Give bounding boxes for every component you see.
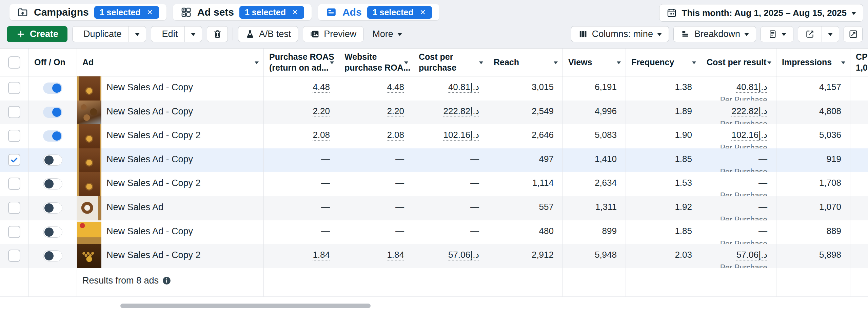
reports-icon (768, 29, 777, 39)
close-icon[interactable] (291, 8, 299, 16)
caret-down-icon (782, 33, 786, 38)
header-views[interactable]: Views (563, 49, 626, 76)
ad-name-link[interactable]: New Sales Ad - Copy (106, 106, 193, 125)
edit-dropdown[interactable] (184, 26, 202, 42)
views-value: 1,311 (595, 202, 617, 212)
header-purchase-roas[interactable]: Purchase ROAS(return on ad... (264, 49, 339, 76)
breakdown-button[interactable]: Breakdown (673, 26, 756, 42)
delete-button[interactable] (207, 26, 228, 42)
ad-name-link[interactable]: New Sales Ad - Copy 2 (106, 250, 201, 268)
date-range-button[interactable]: This month: Aug 1, 2025 – Aug 15, 2025 (659, 4, 863, 22)
close-icon[interactable] (419, 8, 427, 16)
row-checkbox[interactable] (8, 106, 20, 118)
impressions-value: 1,070 (819, 202, 841, 212)
ad-thumbnail (77, 76, 101, 101)
impressions-cell: 5,898 (776, 244, 850, 268)
campaigns-selected-badge[interactable]: 1 selected (94, 6, 159, 19)
ab-test-button[interactable]: A/B test (238, 26, 298, 42)
duplicate-button[interactable]: Duplicate (73, 26, 129, 42)
off-on-toggle[interactable] (43, 226, 62, 238)
tab-ad-sets[interactable]: Ad sets 1 selected (173, 4, 312, 20)
tab-ads[interactable]: Ads 1 selected (318, 4, 439, 20)
row-checkbox[interactable] (8, 178, 20, 190)
purchase-roas-cell: — (264, 172, 339, 196)
ad-name-link[interactable]: New Sales Ad - Copy 2 (106, 178, 201, 196)
impressions-value: 889 (827, 226, 841, 236)
caret-down-icon (135, 33, 140, 38)
export-button[interactable] (798, 26, 822, 42)
duplicate-split-button: Duplicate (72, 26, 146, 42)
select-all-checkbox[interactable] (8, 56, 20, 69)
off-on-toggle[interactable] (43, 202, 62, 214)
off-on-toggle[interactable] (43, 178, 62, 189)
header-ad[interactable]: Ad (77, 49, 264, 76)
sort-caret-icon (767, 61, 771, 66)
off-on-toggle[interactable] (43, 107, 62, 118)
cpm-cell (850, 172, 868, 196)
row-checkbox[interactable] (8, 202, 20, 214)
results-summary-label: Results from 8 ads (82, 275, 159, 286)
edit-button[interactable]: Edit (151, 26, 185, 42)
reports-button[interactable] (761, 26, 793, 42)
reach-value: 2,549 (532, 106, 554, 116)
impressions-cell: 889 (776, 220, 850, 244)
ad-name-link[interactable]: New Sales Ad - Copy (106, 226, 193, 244)
impressions-cell: 1,070 (776, 196, 850, 220)
header-cost-per-purchase[interactable]: Cost perpurchase (413, 49, 488, 76)
table-row: New Sales Ad———5571,3111.92—Per Purchase… (0, 196, 868, 220)
row-checkbox[interactable] (8, 226, 20, 238)
website-roas-value: — (395, 202, 404, 212)
frequency-value: 1.53 (675, 178, 692, 188)
website-roas-cell: — (339, 196, 413, 220)
frequency-cell: 1.92 (626, 196, 701, 220)
header-cost-per-result[interactable]: Cost per result (701, 49, 776, 76)
ad-name-link[interactable]: New Sales Ad - Copy 2 (106, 130, 201, 148)
info-icon[interactable] (162, 276, 171, 285)
ads-selected-badge[interactable]: 1 selected (367, 6, 432, 19)
off-on-toggle[interactable] (43, 154, 62, 166)
header-website-purchase-roas[interactable]: Websitepurchase ROA... (339, 49, 413, 76)
horizontal-scrollbar[interactable] (120, 304, 371, 308)
tab-ad-sets-label: Ad sets (197, 6, 234, 18)
preview-button[interactable]: Preview (303, 26, 363, 42)
header-impressions[interactable]: Impressions (776, 49, 850, 76)
frequency-value: 1.89 (675, 106, 692, 116)
export-dropdown[interactable] (822, 26, 839, 42)
purchase-roas-value: — (321, 154, 330, 164)
ad-cell: New Sales Ad - Copy (77, 148, 264, 172)
row-checkbox[interactable] (8, 82, 20, 94)
charts-button[interactable] (844, 26, 863, 42)
off-on-toggle[interactable] (43, 130, 62, 142)
website-roas-value: 4.48 (387, 82, 404, 92)
tab-campaigns[interactable]: Campaigns 1 selected (9, 4, 166, 20)
frequency-cell: 1.38 (626, 76, 701, 101)
duplicate-dropdown[interactable] (129, 26, 146, 42)
columns-button[interactable]: Columns: mine (571, 26, 669, 42)
header-cpm[interactable]: CP1,0 (850, 49, 868, 76)
create-button[interactable]: Create (7, 26, 67, 42)
header-frequency[interactable]: Frequency (626, 49, 701, 76)
ad-sets-selected-badge[interactable]: 1 selected (239, 6, 304, 19)
row-checkbox[interactable] (8, 130, 20, 142)
date-range-label: This month: Aug 1, 2025 – Aug 15, 2025 (682, 8, 847, 18)
header-reach[interactable]: Reach (488, 49, 563, 76)
ad-name-link[interactable]: New Sales Ad - Copy (106, 154, 193, 172)
close-icon[interactable] (146, 8, 154, 16)
purchase-roas-cell: — (264, 196, 339, 220)
ad-name-link[interactable]: New Sales Ad (106, 202, 163, 220)
off-on-toggle[interactable] (43, 83, 62, 94)
row-select-cell (0, 196, 29, 220)
purchase-roas-value: 2.20 (313, 106, 330, 116)
ad-name-link[interactable]: New Sales Ad - Copy (106, 82, 193, 101)
toggle-knob (44, 179, 54, 188)
ad-cell: New Sales Ad - Copy (77, 220, 264, 244)
row-status-cell (29, 148, 77, 172)
row-checkbox[interactable] (8, 154, 20, 166)
off-on-toggle[interactable] (43, 250, 62, 261)
purchase-roas-value: — (321, 202, 330, 212)
table-row: New Sales Ad - Copy2.202.20222.82د.إ2,54… (0, 101, 868, 125)
more-button[interactable]: More (368, 29, 406, 39)
impressions-value: 4,808 (819, 106, 841, 116)
row-checkbox[interactable] (8, 250, 20, 262)
row-status-cell (29, 101, 77, 125)
